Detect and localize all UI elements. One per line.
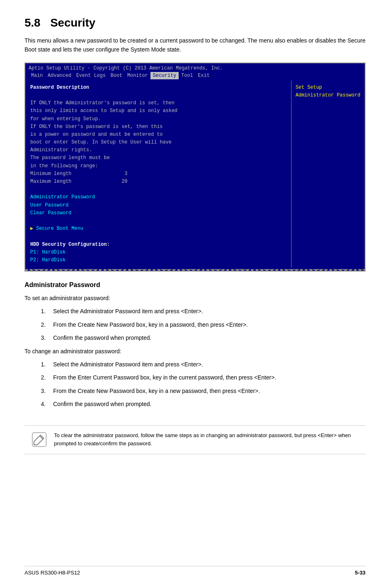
bios-title-line: Aptio Setup Utility - Copyright (C) 2013… [29,65,361,72]
bios-user-password-item[interactable]: User Password [30,202,286,209]
change-steps-list: 1. Select the Administrator Password ite… [41,360,365,409]
pencil-note-svg [31,432,47,447]
bios-p1-harddisk[interactable]: P1: HardDisk [30,249,286,256]
bios-right-label: Set Setup Administrator Password [296,84,361,99]
set-intro-text: To set an administrator password: [25,294,365,303]
bios-line-blank1 [30,92,286,99]
bios-right-panel: Set Setup Administrator Password [291,81,365,267]
bios-min-length: Minimum length 3 [30,170,286,178]
bios-p2-harddisk[interactable]: P2: HardDisk [30,256,286,264]
bios-line-9: in the following range: [30,162,286,170]
bios-nav-line: Main Advanced Event Logs Boot Monitor Se… [29,72,361,79]
change-step-2: 2. From the Enter Current Password box, … [41,373,365,382]
bios-line-6: boot or enter Setup. In Setup the User w… [30,139,286,146]
change-step-3: 3. From the Create New Password box, key… [41,386,365,395]
set-step-3: 3. Confirm the password when prompted. [41,333,365,342]
change-intro-text: To change an administrator password: [25,347,365,356]
bios-line-4: If ONLY the User's password is set, then… [30,123,286,131]
bios-nav-tool[interactable]: Tool [179,72,195,79]
bios-nav-eventlogs[interactable]: Event Logs [74,72,108,79]
section-number: 5.8 [25,16,40,29]
change-step-4: 4. Confirm the password when prompted. [41,399,365,408]
set-step-1: 1. Select the Administrator Password ite… [41,307,365,316]
bios-hdd-config-label: HDD Security Configuration: [30,241,286,249]
bios-arrow-icon: ▶ [30,226,36,231]
footer-left: ASUS RS300-H8-PS12 [25,570,80,576]
bios-line-5: is a power on password and must be enter… [30,131,286,139]
set-step-2: 2. From the Create New Password box, key… [41,320,365,329]
bios-clear-password-item[interactable]: Clear Password [30,209,286,217]
intro-text: This menu allows a new password to be cr… [25,36,365,54]
bios-blank4 [30,233,286,240]
bios-line-8: The password length must be [30,154,286,162]
note-icon [31,431,47,448]
section-name: Security [50,16,96,29]
bios-line-3: for when entering Setup. [30,115,286,123]
bios-line-1: If ONLY the Administrator's password is … [30,99,286,107]
bios-line-2: this only limits access to Setup and is … [30,107,286,115]
page-footer: ASUS RS300-H8-PS12 5-33 [25,566,365,576]
footer-right: 5-33 [355,570,365,576]
bios-secure-boot-label: Secure Boot Menu [36,226,83,231]
bios-nav-exit[interactable]: Exit [195,72,212,79]
note-box: To clear the administrator password, fol… [25,425,365,455]
change-step-1: 1. Select the Administrator Password ite… [41,360,365,369]
bios-nav-advanced[interactable]: Advanced [45,72,74,79]
bios-nav-monitor[interactable]: Monitor [125,72,150,79]
bios-left-panel: Password Description If ONLY the Adminis… [25,81,291,267]
bios-line-7: Administrator rights. [30,146,286,154]
bios-content: Password Description If ONLY the Adminis… [25,81,365,267]
section-title: 5.8Security [25,16,365,29]
bios-nav-main[interactable]: Main [29,72,45,79]
bios-nav-security[interactable]: Security [150,72,179,79]
bios-menubar: Aptio Setup Utility - Copyright (C) 2013… [25,63,365,81]
bios-bottom-border [25,269,365,271]
bios-secure-boot-menu[interactable]: ▶ Secure Boot Menu [30,225,286,233]
bios-screen: Aptio Setup Utility - Copyright (C) 2013… [25,63,365,272]
bios-max-length: Maximum length 20 [30,178,286,186]
bios-blank3 [30,217,286,225]
bios-nav-boot[interactable]: Boot [108,72,125,79]
bios-admin-password-item[interactable]: Administrator Password [30,193,286,201]
admin-password-title: Administrator Password [25,281,365,289]
note-text: To clear the administrator password, fol… [54,431,359,449]
bios-blank2 [30,186,286,193]
set-steps-list: 1. Select the Administrator Password ite… [41,307,365,342]
svg-rect-0 [32,433,46,447]
bios-password-desc-label: Password Description [30,84,286,92]
